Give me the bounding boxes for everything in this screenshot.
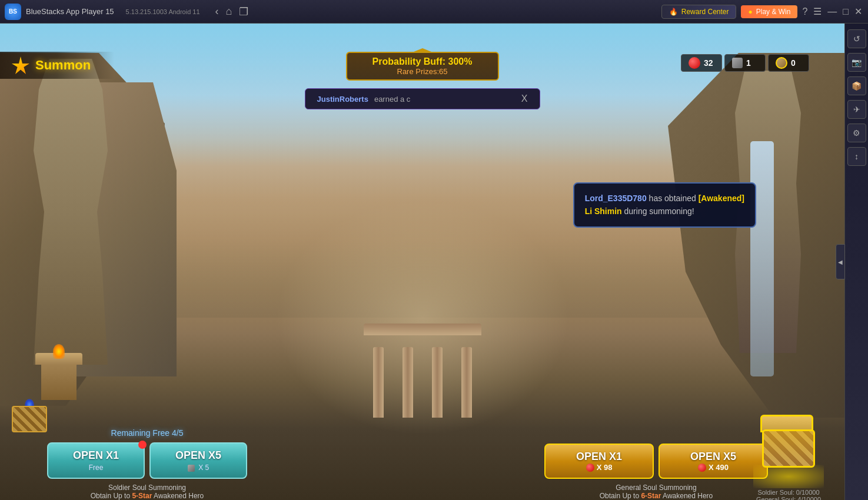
temple-columns	[364, 335, 481, 418]
sidebar-airplane-button[interactable]: ✈	[847, 100, 866, 119]
back-button[interactable]: ‹	[215, 5, 219, 18]
notification-close-button[interactable]: X	[521, 94, 528, 104]
soldier-summon-panel: Remaining Free 4/5 OPEN X1 Free OPEN X5 …	[47, 428, 247, 500]
soldier-desc-highlight: 5-Star	[132, 492, 152, 500]
coin-currency: 0	[768, 54, 809, 72]
sidebar-camera-button[interactable]: 📷	[847, 53, 866, 72]
maximize-button[interactable]: □	[843, 6, 849, 17]
soldier-open-x1-button[interactable]: OPEN X1 Free	[47, 442, 145, 479]
copy-button[interactable]: ❐	[239, 5, 248, 18]
soldier-desc-line1: Soldier Soul Summoning	[108, 484, 186, 492]
bottom-area: Remaining Free 4/5 OPEN X1 Free OPEN X5 …	[0, 406, 844, 500]
home-button[interactable]: ⌂	[226, 5, 232, 18]
ticket-currency: 1	[724, 54, 766, 72]
gem-value: 32	[704, 58, 713, 68]
cost-gem-icon	[586, 464, 594, 472]
altar-body	[41, 365, 77, 400]
app-title: BlueStacks App Player 15	[26, 7, 114, 16]
soldier-soul-count: Soldier Soul: 0/10000	[730, 489, 844, 496]
soldier-summon-buttons: OPEN X1 Free OPEN X5 X 5	[47, 442, 247, 479]
cost-gem-icon-2	[698, 464, 706, 472]
window-controls: ? ☰ — □ ✕	[802, 6, 862, 17]
titlebar: BS BlueStacks App Player 15 5.13.215.100…	[0, 0, 868, 24]
ticket-value: 1	[746, 58, 751, 68]
summon-star-icon	[12, 56, 29, 74]
general-summon-buttons: OPEN X1 X 98 OPEN X5 X 490	[544, 444, 768, 479]
waterfall	[750, 141, 774, 376]
menu-button[interactable]: ☰	[813, 6, 822, 17]
reward-center-label: Reward Center	[681, 8, 729, 16]
general-desc-line1: General Soul Summoning	[616, 484, 696, 492]
chest-left-body	[12, 406, 47, 432]
prob-buff-text: Probability Buff: 300%	[365, 56, 480, 67]
coin-icon	[776, 57, 787, 69]
fire-icon: 🔥	[669, 8, 678, 16]
summon-label: Summon	[35, 58, 91, 73]
sidebar-resize-button[interactable]: ↕	[847, 147, 866, 166]
close-button[interactable]: ✕	[854, 6, 862, 17]
soldier-panel-description: Soldier Soul Summoning Obtain Up to 5-St…	[47, 484, 247, 500]
general-open-x1-button[interactable]: OPEN X1 X 98	[544, 444, 654, 479]
soldier-open-x5-button[interactable]: OPEN X5 X 5	[149, 442, 247, 479]
temple-roof	[364, 324, 481, 335]
soldier-open-x1-sub: Free	[53, 464, 139, 472]
notification-banner: JustinRoberts earned a c X	[305, 88, 540, 109]
game-area: Summon Probability Buff: 300% Rare Prize…	[0, 24, 844, 500]
ticket-icon-small	[188, 465, 195, 472]
right-sidebar: ◀ ↺ 📷 📦 ✈ ⚙ ↕	[844, 24, 868, 500]
rare-prizes-text: Rare Prizes:65	[365, 67, 480, 76]
general-x1-cost: X 98	[597, 463, 613, 472]
notification-user: JustinRoberts	[317, 95, 368, 104]
sidebar-package-button[interactable]: 📦	[847, 76, 866, 95]
general-x5-cost-row: X 490	[664, 463, 762, 472]
remaining-free-text: Remaining Free 4/5	[47, 428, 247, 438]
sidebar-refresh-button[interactable]: ↺	[847, 29, 866, 48]
altar-left	[35, 353, 82, 412]
soldier-open-x5-sub: X 5	[155, 464, 241, 472]
general-x5-cost: X 490	[709, 463, 729, 472]
play-win-label: Play & Win	[756, 8, 791, 16]
general-open-x1-label: OPEN X1	[550, 451, 648, 463]
currency-bar: 32 1 0	[681, 54, 809, 72]
play-win-button[interactable]: ● Play & Win	[741, 5, 797, 18]
general-desc-line3: Awakened Hero	[663, 492, 713, 500]
obtain-popup: Lord_E335D780 has obtained [Awakened]Li …	[573, 182, 756, 228]
general-chest: Soldier Soul: 0/10000 General Soul: 4/10…	[762, 429, 815, 488]
chest-soul-counts: Soldier Soul: 0/10000 General Soul: 4/10…	[730, 489, 844, 500]
altar-flame	[53, 344, 65, 359]
orange-circle-icon: ●	[748, 8, 752, 16]
notification-dot	[138, 441, 147, 449]
general-desc-line2: Obtain Up to	[600, 492, 641, 500]
soldier-open-x1-label: OPEN X1	[53, 449, 139, 462]
general-desc-highlight: 6-Star	[641, 492, 661, 500]
sidebar-expand-button[interactable]: ◀	[836, 244, 845, 279]
sidebar-settings-button[interactable]: ⚙	[847, 124, 866, 142]
prob-banner: Probability Buff: 300% Rare Prizes:65	[346, 52, 499, 81]
coin-value: 0	[791, 58, 796, 68]
obtain-text: Lord_E335D780 has obtained [Awakened]Li …	[585, 192, 744, 218]
reward-center-button[interactable]: 🔥 Reward Center	[661, 5, 737, 19]
soldier-desc-line2: Obtain Up to	[91, 492, 132, 500]
chest-glow	[753, 465, 824, 488]
general-open-x5-label: OPEN X5	[664, 451, 762, 463]
general-open-x5-button[interactable]: OPEN X5 X 490	[659, 444, 768, 479]
general-x1-cost-row: X 98	[550, 463, 648, 472]
help-button[interactable]: ?	[802, 6, 807, 17]
soldier-chest	[12, 406, 47, 447]
gem-currency: 32	[681, 54, 722, 72]
soldier-desc-line3: Awakened Hero	[154, 492, 204, 500]
soldier-open-x5-label: OPEN X5	[155, 449, 241, 462]
chest-body	[762, 429, 815, 468]
notification-message: earned a c	[374, 95, 410, 104]
general-soul-count: General Soul: 4/10000	[730, 496, 844, 500]
app-icon: BS	[5, 4, 21, 20]
minimize-button[interactable]: —	[827, 6, 837, 17]
app-subtitle: 5.13.215.1003 Android 11	[126, 8, 200, 15]
ticket-icon	[732, 58, 743, 68]
summon-title-bar: Summon	[0, 52, 114, 79]
gem-icon	[689, 57, 700, 69]
